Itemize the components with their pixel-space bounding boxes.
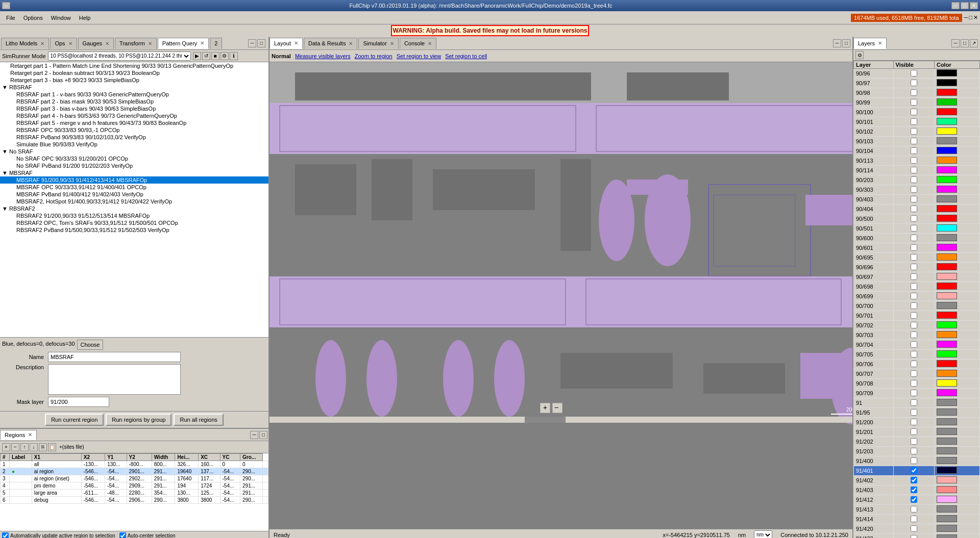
layers-detach-icon[interactable]: ↗ xyxy=(970,39,978,47)
layer-row[interactable]: 90/601 xyxy=(854,243,980,253)
layer-visible-checkbox[interactable] xyxy=(911,186,917,193)
layer-row[interactable]: 90/706 xyxy=(854,360,980,369)
layer-visible-checkbox[interactable] xyxy=(911,428,917,435)
layer-visible-checkbox[interactable] xyxy=(911,419,917,425)
tree-item[interactable]: No SRAF OPC 90/33/33 91/200/201 OPCOp xyxy=(0,155,268,162)
layer-visible-checkbox[interactable] xyxy=(911,273,917,280)
minimize-icon[interactable]: ─ xyxy=(2,2,10,9)
auto-update-checkbox[interactable] xyxy=(2,532,9,538)
auto-center-checkbox-label[interactable]: Auto-center selection xyxy=(119,532,176,538)
layer-row[interactable]: 90/699 xyxy=(854,292,980,301)
tab-pattern-query[interactable]: Pattern Query ✕ xyxy=(158,38,209,49)
layer-visible-checkbox[interactable] xyxy=(911,89,917,96)
tree-item[interactable]: Retarget part 1 - Pattern Match Line End… xyxy=(0,62,268,69)
layer-row[interactable]: 90/103 xyxy=(854,137,980,146)
layer-visible-checkbox[interactable] xyxy=(911,254,917,261)
mask-layer-input[interactable] xyxy=(48,397,109,407)
close-regions[interactable]: ✕ xyxy=(28,432,32,438)
layer-visible-checkbox[interactable] xyxy=(911,312,917,319)
close-button[interactable]: ✕ xyxy=(970,2,978,9)
layer-visible-checkbox[interactable] xyxy=(911,176,917,183)
close-gauges[interactable]: ✕ xyxy=(105,41,109,46)
layer-row[interactable]: 90/702 xyxy=(854,321,980,330)
layer-visible-checkbox[interactable] xyxy=(911,467,917,474)
layer-visible-checkbox[interactable] xyxy=(911,380,917,387)
tab-gauges[interactable]: Gauges ✕ xyxy=(78,38,114,49)
layer-row[interactable]: 90/99 xyxy=(854,98,980,108)
tree-item[interactable]: MBSRAF2, HotSpot 91/400,90/33;91/412 91/… xyxy=(0,198,268,205)
tab-ops[interactable]: Ops ✕ xyxy=(50,38,77,49)
layer-row[interactable]: 91/202 xyxy=(854,437,980,447)
layer-visible-checkbox[interactable] xyxy=(911,506,917,513)
layer-row[interactable]: 90/708 xyxy=(854,379,980,389)
regions-min-icon[interactable]: ─ xyxy=(250,431,258,439)
tree-item[interactable]: Retarget part 2 - boolean subtract 90/3/… xyxy=(0,69,268,76)
layer-row[interactable]: 90/303 xyxy=(854,185,980,195)
layer-row[interactable]: 91/414 xyxy=(854,515,980,524)
name-input[interactable] xyxy=(48,352,181,362)
region-down-button[interactable]: ↓ xyxy=(30,443,38,451)
tree-item[interactable]: RBSRAF part 3 - bias v-bars 90/43 90/63 … xyxy=(0,105,268,112)
tree-item[interactable]: RBSRAF2 PvBand 91/500,90/33,91/512 91/50… xyxy=(0,226,268,234)
layer-visible-checkbox[interactable] xyxy=(911,486,917,493)
tree-item[interactable]: RBSRAF part 1 - v-bars 90/33 90/43 Gener… xyxy=(0,91,268,98)
tab-extra[interactable]: 2 xyxy=(210,38,222,49)
sim-info-icon[interactable]: ℹ xyxy=(230,52,238,60)
layer-row[interactable]: 90/600 xyxy=(854,234,980,243)
tree-item[interactable]: RBSRAF part 5 - merge v and h features 9… xyxy=(0,119,268,126)
layer-row[interactable]: 91 xyxy=(854,398,980,408)
units-select[interactable]: nm um xyxy=(754,530,772,539)
tree-item[interactable]: RBSRAF2 91/200,90/33 91/512/513/514 MBSR… xyxy=(0,212,268,219)
tree-item[interactable]: No SRAF PvBand 91/200 91/202/203 VerifyO… xyxy=(0,162,268,169)
tab-layers[interactable]: Layers ✕ xyxy=(853,38,887,49)
layer-visible-checkbox[interactable] xyxy=(911,215,917,222)
layer-row[interactable]: 91/413 xyxy=(854,505,980,515)
layer-row[interactable]: 90/701 xyxy=(854,311,980,321)
close-ops[interactable]: ✕ xyxy=(68,41,72,46)
layer-row[interactable]: 90/501 xyxy=(854,224,980,234)
layer-visible-checkbox[interactable] xyxy=(911,409,917,416)
table-row[interactable]: 1all-130...130...-800...800...326...160.… xyxy=(1,461,268,468)
layer-visible-checkbox[interactable] xyxy=(911,293,917,299)
layer-row[interactable]: 91/95 xyxy=(854,408,980,418)
layer-row[interactable]: 90/203 xyxy=(854,175,980,185)
layer-visible-checkbox[interactable] xyxy=(911,477,917,483)
main-maximize-button[interactable]: □ xyxy=(969,14,972,21)
measure-link[interactable]: Measure visible layers xyxy=(295,53,351,59)
layer-visible-checkbox[interactable] xyxy=(911,235,917,241)
tree-item[interactable]: MBSRAF PvBand 91/400/412 91/402/403 Veri… xyxy=(0,191,268,198)
set-cell-link[interactable]: Set region to cell xyxy=(445,53,487,59)
layer-visible-checkbox[interactable] xyxy=(911,302,917,309)
region-paste-button[interactable]: 📋 xyxy=(48,443,56,451)
layer-visible-checkbox[interactable] xyxy=(911,361,917,367)
tree-item[interactable]: MBSRAF OPC 90/33/33,91/412 91/400/401 OP… xyxy=(0,184,268,191)
layer-row[interactable]: 90/703 xyxy=(854,330,980,340)
layer-row[interactable]: 91/401 xyxy=(854,466,980,476)
layer-row[interactable]: 90/709 xyxy=(854,389,980,398)
menu-file[interactable]: File xyxy=(2,14,19,22)
layer-row[interactable]: 90/104 xyxy=(854,146,980,156)
close-simulator-tab[interactable]: ✕ xyxy=(390,41,394,46)
sim-refresh-icon[interactable]: ↺ xyxy=(202,52,210,60)
simrunner-select[interactable]: 10 PSS@localhost 2 threads, 10 PSS@10.12… xyxy=(48,52,191,61)
layer-visible-checkbox[interactable] xyxy=(911,496,917,503)
tab-simulator[interactable]: Simulator ✕ xyxy=(358,38,398,49)
layer-visible-checkbox[interactable] xyxy=(911,99,917,106)
layer-row[interactable]: 90/98 xyxy=(854,88,980,98)
run-all-button[interactable]: Run all regions xyxy=(174,414,223,426)
set-view-link[interactable]: Set region to view xyxy=(397,53,441,59)
layer-row[interactable]: 90/705 xyxy=(854,350,980,360)
maximize-button[interactable]: □ xyxy=(961,2,969,9)
tab-layout[interactable]: Layout ✕ xyxy=(270,38,303,49)
panel-maximize-icon[interactable]: □ xyxy=(257,39,265,47)
close-transform[interactable]: ✕ xyxy=(148,41,152,46)
layer-visible-checkbox[interactable] xyxy=(911,331,917,338)
remove-region-button[interactable]: − xyxy=(11,443,19,451)
tab-litho-models[interactable]: Litho Models ✕ xyxy=(1,38,49,49)
minimize-button[interactable]: ─ xyxy=(951,2,960,9)
tree-item[interactable]: ▼ No SRAF xyxy=(0,148,268,155)
layer-row[interactable]: 90/707 xyxy=(854,369,980,379)
close-data-tab[interactable]: ✕ xyxy=(349,41,353,46)
close-layers-tab[interactable]: ✕ xyxy=(878,40,882,46)
layer-row[interactable]: 90/697 xyxy=(854,272,980,282)
